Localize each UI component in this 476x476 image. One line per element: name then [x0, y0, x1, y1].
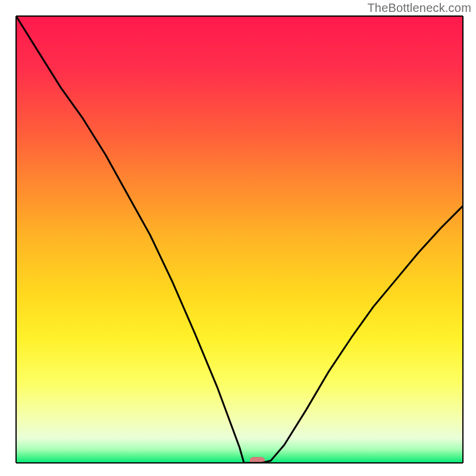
gradient-background [16, 16, 463, 463]
optimal-marker [250, 457, 265, 465]
watermark-text: TheBottleneck.com [367, 1, 471, 15]
chart-container: TheBottleneck.com [0, 0, 476, 476]
bottleneck-chart [0, 0, 476, 476]
